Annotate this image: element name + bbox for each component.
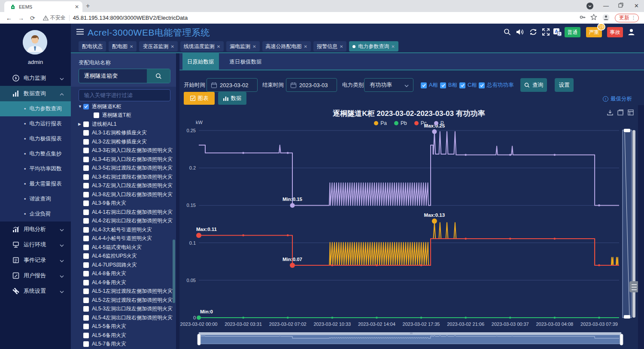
tree-item[interactable]: AL4-4小桩号引道照明火灾 — [71, 234, 152, 243]
tree-item[interactable]: AL4-8备用火灾 — [71, 270, 126, 278]
caret-icon[interactable]: ▼ — [78, 104, 83, 109]
checkbox[interactable] — [83, 200, 89, 206]
line-chart[interactable]: 00.050.10.150.20.25kW2023-03-02 00:00202… — [179, 105, 644, 349]
power-type-select[interactable]: 有功功率 — [364, 78, 413, 92]
start-date-input[interactable]: 2023-03-02 — [207, 78, 258, 92]
checkbox[interactable] — [83, 324, 89, 329]
sidebar-item-5[interactable]: 用户报告 — [0, 268, 71, 283]
checkbox[interactable] — [83, 262, 89, 268]
checkbox[interactable] — [83, 297, 89, 303]
checkbox[interactable] — [83, 236, 89, 241]
sidebar-item-6[interactable]: 系统设置 — [0, 283, 71, 299]
tree-item[interactable]: AL3-6右洞过渡段右侧加强照明火灾 — [71, 173, 173, 181]
tree-item[interactable]: AL4-6监控UPS火灾 — [71, 252, 137, 261]
tree-item[interactable]: AL4-1右洞出口段左侧加强照明火灾 — [71, 208, 173, 216]
checkbox[interactable] — [83, 165, 89, 171]
tree-item[interactable]: ▶进线柜AL1 — [71, 120, 116, 128]
tree-item[interactable]: ▼逐桐隧道K柜 — [71, 102, 121, 111]
legend-item-P[interactable]: P — [434, 120, 444, 126]
tree-item[interactable]: 逐桐隧道T柜 — [71, 111, 131, 120]
user-icon[interactable] — [628, 28, 635, 37]
tree-item[interactable]: AL3-7左洞入口段左侧加强照明火灾 — [71, 182, 173, 190]
page-tab-1[interactable]: 配电图✕ — [109, 41, 137, 52]
end-date-input[interactable]: 2023-03-03 — [286, 78, 337, 92]
sidebar-subitem-2[interactable]: •电力极值报表 — [0, 131, 71, 146]
tree-item[interactable]: AL4-5箱式变电站火灾 — [71, 243, 142, 252]
reload-icon[interactable]: ⟳ — [30, 15, 35, 21]
sidebar-subitem-3[interactable]: •电力整点集抄 — [0, 146, 71, 161]
back-icon[interactable]: ← — [6, 15, 12, 21]
checkbox[interactable] — [83, 227, 89, 233]
security-warning[interactable]: 不安全 — [43, 14, 66, 21]
tree-item[interactable]: AL5-3左洞出口段左侧加强照明火灾 — [71, 305, 173, 313]
checkbox[interactable] — [94, 112, 99, 118]
browser-update-button[interactable]: 更新⋮ — [615, 14, 639, 22]
checkbox[interactable] — [83, 192, 89, 197]
sidebar-item-4[interactable]: 事件记录 — [0, 252, 71, 268]
close-icon[interactable]: ✕ — [340, 44, 343, 49]
tree-item[interactable]: AL3-1右洞检修插座火灾 — [71, 129, 147, 137]
subtab-1[interactable]: 逐日极值数据 — [225, 53, 267, 70]
sidebar-item-1[interactable]: 数据查询 — [0, 86, 71, 101]
sidebar-subitem-5[interactable]: •最大需量报表 — [0, 176, 71, 191]
search-icon[interactable] — [504, 28, 511, 37]
subtab-0[interactable]: 日原始数据 — [182, 53, 219, 70]
checkbox[interactable] — [83, 148, 89, 153]
tree-item[interactable]: AL5-1左洞过渡段左侧加强照明火灾 — [71, 287, 173, 296]
window-close-icon[interactable]: ✕ — [634, 3, 639, 9]
sidebar-subitem-0[interactable]: •电力参数查询 — [0, 101, 71, 116]
fullscreen-icon[interactable] — [542, 28, 550, 37]
page-tab-7[interactable]: 电力参数查询✕ — [349, 41, 398, 52]
phase-checkbox-1[interactable]: B相 — [440, 82, 457, 89]
checkbox[interactable] — [83, 209, 89, 215]
phase-checkbox-3[interactable]: 总有功功率 — [479, 82, 514, 89]
close-icon[interactable]: ✕ — [304, 44, 307, 49]
sidebar-subitem-6[interactable]: •谐波查询 — [0, 191, 71, 206]
user-avatar[interactable] — [23, 30, 47, 55]
forward-icon[interactable]: → — [18, 15, 24, 21]
extreme-analysis-link[interactable]: !最值分析 — [603, 95, 632, 103]
bookmark-star-icon[interactable] — [590, 14, 597, 22]
checkbox[interactable] — [83, 333, 89, 338]
browser-tab[interactable]: EEMS ✕ — [4, 1, 82, 12]
settings-button[interactable]: 设置 — [555, 78, 574, 92]
sidebar-item-3[interactable]: 运行环境 — [0, 237, 71, 252]
close-icon[interactable]: ✕ — [217, 44, 220, 49]
download-icon[interactable] — [607, 109, 613, 117]
new-tab-button[interactable]: + — [86, 2, 90, 10]
window-restore-icon[interactable] — [618, 3, 623, 9]
checkbox[interactable] — [83, 245, 89, 250]
tree-item[interactable]: AL5-6备用火灾 — [71, 331, 126, 340]
close-icon[interactable]: ✕ — [130, 44, 133, 49]
checkbox[interactable] — [83, 315, 89, 321]
checkbox[interactable] — [83, 104, 89, 109]
tree-item[interactable]: AL3-8左洞入口段右侧加强照明火灾 — [71, 190, 173, 199]
checkbox[interactable] — [83, 130, 89, 136]
checkbox[interactable] — [83, 121, 89, 127]
tree-item[interactable]: AL4-7UPS回路火灾 — [71, 261, 137, 269]
checkbox[interactable] — [83, 218, 89, 224]
sidebar-item-0[interactable]: 电力监测 — [0, 70, 71, 86]
checkbox[interactable] — [83, 306, 89, 312]
tab-close-icon[interactable]: ✕ — [75, 4, 79, 10]
phase-checkbox-2[interactable]: C相 — [459, 82, 477, 89]
legend-item-Pc[interactable]: Pc — [414, 120, 427, 126]
tree-item[interactable]: AL4-3大桩号引道照明火灾 — [71, 225, 152, 234]
browser-profile-avatar[interactable] — [602, 14, 610, 22]
translate-icon[interactable]: A文 — [553, 28, 562, 37]
tree-item[interactable]: AL5-2左洞过渡段右侧加强照明火灾 — [71, 296, 173, 304]
tree-item[interactable]: AL4-2右洞出口段右侧加强照明火灾 — [71, 217, 173, 225]
tree-item[interactable]: AL5-7备用火灾 — [71, 340, 126, 349]
sidebar-subitem-4[interactable]: •平均功率因数 — [0, 161, 71, 176]
tree-item[interactable]: AL3-3右洞入口段左侧加强照明火灾 — [71, 146, 173, 155]
page-tab-2[interactable]: 变压器监测✕ — [139, 41, 177, 52]
page-tab-4[interactable]: 漏电监测✕ — [226, 41, 259, 52]
url-text[interactable]: 45.81.195.134:8090/3000WEBV2/ElectricDat… — [73, 15, 188, 21]
tree-item[interactable]: AL3-2左洞检修插座火灾 — [71, 137, 147, 146]
window-minimize-icon[interactable]: — — [603, 3, 609, 9]
checkbox[interactable] — [83, 280, 89, 285]
data-view-icon[interactable] — [628, 109, 634, 117]
tree-item[interactable]: AL3-5右洞过渡段左侧加强照明火灾 — [71, 164, 173, 173]
menu-toggle-icon[interactable] — [76, 29, 84, 36]
refresh-icon[interactable] — [529, 28, 537, 37]
